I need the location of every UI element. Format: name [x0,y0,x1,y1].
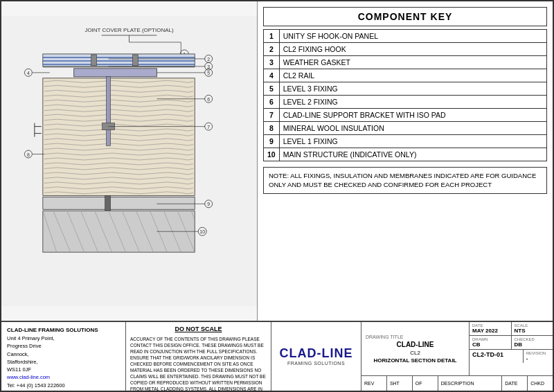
key-table-row: 5 LEVEL 3 FIXING [264,82,547,96]
revision-cell: REVISION - [524,350,553,363]
rev-cell: REV [361,376,387,391]
key-description: LEVEL 1 FIXING [279,135,546,148]
clad-line-logo: CLAD-LINE FRAMING SOLUTIONS [280,347,353,366]
checked-cell: CHECKED DB [512,336,553,349]
drawing-area: JOINT COVER PLATE (OPTIONAL) 1 2 [1,1,258,321]
drawn-cell: DRAWN CB [470,336,512,349]
of-cell: OF [413,376,438,391]
main-area: JOINT COVER PLATE (OPTIONAL) 1 2 [1,1,553,321]
date-row: DATE MAY 2022 SCALE NTS [470,322,553,336]
drawing-number: CL2-TD-01 [472,351,520,358]
key-number: 4 [264,69,280,82]
key-number: 7 [264,109,280,122]
tel: Tel: +44 (0) 1543 222600 [7,382,120,389]
svg-text:7: 7 [207,125,210,130]
svg-rect-28 [43,78,195,196]
key-description: UNITY SF HOOK-ON PANEL [279,30,546,43]
footer-meta: DATE MAY 2022 SCALE NTS DRAWN CB [470,322,553,375]
key-table-row: 9 LEVEL 1 FIXING [264,135,547,148]
svg-text:2: 2 [207,57,210,62]
notice-text: ACCURACY OF THE CONTENTS OF THIS DRAWING… [130,336,267,392]
svg-text:JOINT COVER PLATE (OPTIONAL): JOINT COVER PLATE (OPTIONAL) [84,27,173,33]
description-cell: DESCRIPTION [438,376,503,391]
address-line3: Cannock, [7,350,120,358]
key-table: 1 UNITY SF HOOK-ON PANEL 2 CL2 FIXING HO… [263,29,547,161]
drawing-info: DRAWING TITLE CLAD-LINE CL2 HORIZONTAL S… [361,322,470,375]
key-number: 9 [264,135,280,148]
key-number: 3 [264,56,280,69]
svg-text:10: 10 [199,229,205,234]
key-description: CL2 RAIL [279,69,546,82]
drawing-title-line1: CLAD-LINE [366,341,465,348]
svg-rect-21 [74,69,157,77]
revision-value: - [526,355,550,362]
key-description: MAIN STRUCTURE (INDICATIVE ONLY) [279,148,546,161]
do-not-scale: DO NOT SCALE [130,325,267,334]
footer-logo: CLAD-LINE FRAMING SOLUTIONS [271,322,361,391]
svg-text:4: 4 [27,71,30,75]
svg-rect-16 [132,55,138,66]
checked-value: DB [515,341,551,348]
address-line5: WS11 0JF [7,366,120,373]
component-key-title: COMPONENT KEY [263,7,547,26]
date-cell: DATE MAY 2022 [470,322,512,335]
drawn-row: DRAWN CB CHECKED DB [470,336,553,350]
note-box: NOTE: ALL FIXINGS, INSULATION AND MEMBRA… [263,167,547,194]
sht-cell: SHT [387,376,413,391]
logo-sub: FRAMING SOLUTIONS [280,361,353,366]
address-line4: Staffordshire, [7,358,120,366]
svg-text:3: 3 [207,64,210,69]
date-value: MAY 2022 [472,328,508,334]
page-container: JOINT COVER PLATE (OPTIONAL) 1 2 [0,0,554,392]
footer-company-info: CLAD-LINE FRAMING SOLUTIONS Unit 4 Prima… [1,322,126,391]
key-number: 10 [264,148,280,161]
address-line1: Unit 4 Primary Point, [7,335,120,342]
key-description: CL2 FIXING HOOK [279,43,546,56]
description-label: DESCRIPTION [441,381,474,386]
footer-bottom-row: REV SHT OF DESCRIPTION DATE CHKD [361,375,553,391]
key-description: MINERAL WOOL INSULATION [279,122,546,135]
key-table-row: 8 MINERAL WOOL INSULATION [264,122,547,135]
key-description: CLAD-LINE SUPPORT BRACKET WITH ISO PAD [279,109,546,122]
of-label: OF [416,381,422,386]
key-number: 8 [264,122,280,135]
scale-cell: SCALE NTS [512,322,553,335]
svg-text:9: 9 [207,202,210,206]
svg-text:6: 6 [207,97,210,102]
key-table-row: 4 CL2 RAIL [264,69,547,82]
drawing-title-line2: CL2 [366,350,465,356]
sht-label: SHT [390,381,400,386]
svg-rect-40 [43,197,195,209]
scale-value: NTS [515,328,551,334]
key-description: LEVEL 2 FIXING [279,96,546,109]
component-key: COMPONENT KEY 1 UNITY SF HOOK-ON PANEL 2… [258,1,553,321]
drawing-number-row: CL2-TD-01 REVISION - [470,350,553,363]
logo-main: CLAD-LINE [280,347,353,359]
footer: CLAD-LINE FRAMING SOLUTIONS Unit 4 Prima… [1,321,553,391]
key-description: LEVEL 3 FIXING [279,82,546,96]
drawing-title-label: DRAWING TITLE [366,335,465,339]
drawing-number-cell: CL2-TD-01 [470,350,524,363]
svg-rect-29 [107,77,111,146]
chkd-label: CHKD [530,381,544,386]
rev-label: REV [364,381,374,386]
key-table-row: 10 MAIN STRUCTURE (INDICATIVE ONLY) [264,148,547,161]
key-table-row: 7 CLAD-LINE SUPPORT BRACKET WITH ISO PAD [264,109,547,122]
chkd-cell: CHKD [528,376,553,391]
footer-right-top: DRAWING TITLE CLAD-LINE CL2 HORIZONTAL S… [361,322,553,375]
footer-notice: DO NOT SCALE ACCURACY OF THE CONTENTS OF… [126,322,271,391]
key-number: 1 [264,30,280,43]
drawing-title-line3: HORIZONTAL SECTION DETAIL [366,357,465,364]
website: www.clad-line.com [7,373,120,381]
date-col-label: DATE [505,381,517,386]
svg-text:8: 8 [27,152,30,157]
address-line2: Progress Drive [7,342,120,350]
svg-rect-15 [91,55,97,66]
footer-right: DRAWING TITLE CLAD-LINE CL2 HORIZONTAL S… [361,322,553,391]
drawn-value: CB [472,341,508,348]
key-table-row: 1 UNITY SF HOOK-ON PANEL [264,30,547,43]
key-table-row: 2 CL2 FIXING HOOK [264,43,547,56]
key-table-row: 6 LEVEL 2 FIXING [264,96,547,109]
key-number: 6 [264,96,280,109]
svg-text:5: 5 [207,71,210,75]
